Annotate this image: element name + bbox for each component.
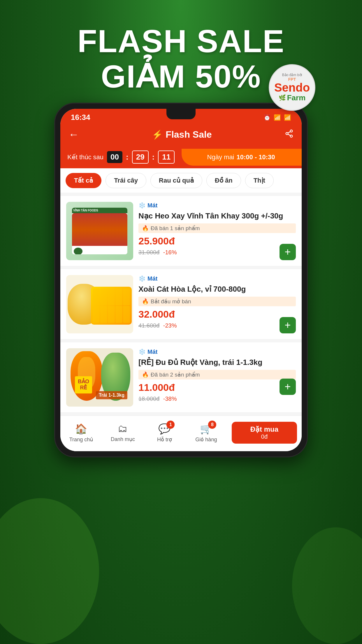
cart-label: Giỏ hàng <box>195 436 217 443</box>
logo-sendo: Sendo <box>274 82 310 93</box>
cart-badge: 8 <box>208 421 216 429</box>
lightning-icon: ⚡ <box>152 130 163 140</box>
meat-brand: VĨNH TÂN FOODS <box>72 208 127 213</box>
product-item-1[interactable]: VĨNH TÂN FOODS ❄️ Mát Nạc Heo Xay Vĩnh T <box>60 196 302 266</box>
price-original-2: 41.600đ <box>138 322 159 329</box>
mat-badge-2: ❄️ Mát <box>138 275 296 282</box>
product-info-2: ❄️ Mát Xoài Cát Hòa Lộc, vỉ 700-800g 🔥 B… <box>138 275 296 333</box>
discount-3: -38% <box>163 396 177 402</box>
tab-fruit[interactable]: Trái cây <box>106 173 146 188</box>
price-main-3: 11.000đ <box>138 382 296 393</box>
svg-line-3 <box>288 134 291 135</box>
fire-icon-1: 🔥 <box>142 225 149 232</box>
snowflake-icon-1: ❄️ <box>138 202 146 209</box>
price-original-1: 31.000đ <box>138 249 159 256</box>
timer-seconds: 11 <box>158 150 175 164</box>
timer-colon1: : <box>126 153 129 162</box>
sold-badge-3: 🔥 Đã bán 2 sản phẩm <box>138 370 296 379</box>
add-button-2[interactable]: + <box>280 317 296 333</box>
home-icon: 🏠 <box>75 423 87 435</box>
sold-text-2: Bắt đầu mở bán <box>151 298 191 305</box>
cart-badge-container: 🛒 8 <box>200 423 212 435</box>
meat-logo-circle <box>74 248 82 254</box>
promo-header: FLASH SALE GIẢM 50% <box>78 23 285 94</box>
product-name-3: [RẺ] Đu Đủ Ruột Vàng, trái 1-1.3kg <box>138 358 296 368</box>
badge-label-2: Mát <box>147 275 157 282</box>
buy-button[interactable]: Đặt mua 0đ <box>232 422 297 444</box>
tab-food[interactable]: Đồ ăn <box>206 173 241 188</box>
support-label: Hỗ trợ <box>157 436 172 443</box>
product-info-3: ❄️ Mát [RẺ] Đu Đủ Ruột Vàng, trái 1-1.3k… <box>138 348 296 407</box>
signal-icon: 📶 <box>284 114 291 121</box>
mango-image <box>66 275 133 333</box>
mango-grid <box>91 287 132 325</box>
support-badge-container: 💬 1 <box>158 423 171 435</box>
add-button-1[interactable]: + <box>280 244 296 260</box>
bg-decoration-left <box>0 498 99 644</box>
papaya-visual: BẢORẺ Trái 1-1.3kg <box>68 348 132 407</box>
nav-support[interactable]: 💬 1 Hỗ trợ <box>144 423 185 443</box>
phone-inner: 16:34 ⏰ 📶 📶 ← ⚡ Flash Sale <box>60 109 302 451</box>
phone-frame: 16:34 ⏰ 📶 📶 ← ⚡ Flash Sale <box>54 103 308 457</box>
svg-line-4 <box>288 132 291 133</box>
mango-slice <box>91 287 132 325</box>
price-original-row-1: 31.000đ -16% <box>138 249 296 256</box>
categories-label: Danh mục <box>111 436 135 442</box>
share-button[interactable] <box>285 129 294 140</box>
app-header: ← ⚡ Flash Sale <box>60 124 302 146</box>
sold-text-3: Đã bán 2 sản phẩm <box>151 371 200 378</box>
notch <box>166 109 196 119</box>
sold-text-1: Đã bán 1 sản phẩm <box>151 225 200 232</box>
meat-bottom <box>72 246 127 254</box>
promo-title-line2: GIẢM 50% <box>78 59 285 94</box>
meat-content <box>72 213 127 246</box>
timer-bar: Kết thúc sau 00 : 29 : 11 Ngày mai 10:00… <box>60 146 302 168</box>
product-name-1: Nạc Heo Xay Vĩnh Tân Khay 300g +/-30g <box>138 211 296 221</box>
timer-hours: 00 <box>107 151 122 163</box>
product-item-2[interactable]: ❄️ Mát Xoài Cát Hòa Lộc, vỉ 700-800g 🔥 B… <box>60 269 302 340</box>
product-image-3: BẢORẺ Trái 1-1.3kg <box>66 348 133 407</box>
timer-minutes: 29 <box>132 150 149 164</box>
bao-re-badge: BẢORẺ <box>75 376 92 393</box>
bg-decoration-right <box>292 527 362 644</box>
home-label: Trang chủ <box>69 436 93 443</box>
papaya-image: BẢORẺ Trái 1-1.3kg <box>66 348 133 407</box>
price-original-row-3: 18.000đ -38% <box>138 396 296 402</box>
status-time: 16:34 <box>71 113 90 122</box>
timer-label: Kết thúc sau <box>67 153 103 161</box>
fire-icon-3: 🔥 <box>142 371 149 378</box>
status-bar: 16:34 ⏰ 📶 📶 <box>60 109 302 124</box>
tab-veg[interactable]: Rau củ quả <box>150 173 202 188</box>
timer-colon2: : <box>152 153 155 162</box>
nav-categories[interactable]: 🗂 Danh mục <box>102 423 144 442</box>
status-icons: ⏰ 📶 📶 <box>263 114 291 121</box>
price-original-row-2: 41.600đ -23% <box>138 322 296 329</box>
support-badge: 1 <box>166 421 175 429</box>
next-time: 10:00 - 10:30 <box>237 153 275 161</box>
logo-guarantee: Bảo đảm bởi <box>282 73 302 77</box>
nav-cart[interactable]: 🛒 8 Giỏ hàng <box>185 423 227 443</box>
price-main-2: 32.000đ <box>138 309 296 320</box>
product-image-1: VĨNH TÂN FOODS <box>66 202 133 260</box>
logo-farm: Farm <box>287 93 306 102</box>
add-button-3[interactable]: + <box>280 379 296 395</box>
snowflake-icon-3: ❄️ <box>138 348 146 355</box>
product-info-1: ❄️ Mát Nạc Heo Xay Vĩnh Tân Khay 300g +/… <box>138 202 296 260</box>
sendo-farm-logo: Bảo đảm bởi FPT Sendo 🌿 Farm <box>269 64 315 111</box>
nav-home[interactable]: 🏠 Trang chủ <box>60 423 102 443</box>
promo-title-line1: FLASH SALE <box>78 23 285 59</box>
badge-label-3: Mát <box>147 349 157 355</box>
product-name-2: Xoài Cát Hòa Lộc, vỉ 700-800g <box>138 284 296 294</box>
product-image-2 <box>66 275 133 333</box>
tab-meat[interactable]: Thịt <box>245 173 274 188</box>
categories-icon: 🗂 <box>118 423 128 434</box>
next-label: Ngày mai <box>207 153 234 161</box>
mat-badge-1: ❄️ Mát <box>138 202 296 209</box>
sold-badge-1: 🔥 Đã bán 1 sản phẩm <box>138 223 296 233</box>
timer-countdown: Kết thúc sau 00 : 29 : 11 <box>60 146 182 168</box>
back-button[interactable]: ← <box>68 128 79 141</box>
tab-all[interactable]: Tất cả <box>66 173 101 188</box>
app-title: Flash Sale <box>166 129 212 140</box>
product-item-3[interactable]: BẢORẺ Trái 1-1.3kg ❄️ Mát [RẺ] Đu Đủ Ruộ… <box>60 342 302 413</box>
wifi-icon: 📶 <box>274 114 281 121</box>
